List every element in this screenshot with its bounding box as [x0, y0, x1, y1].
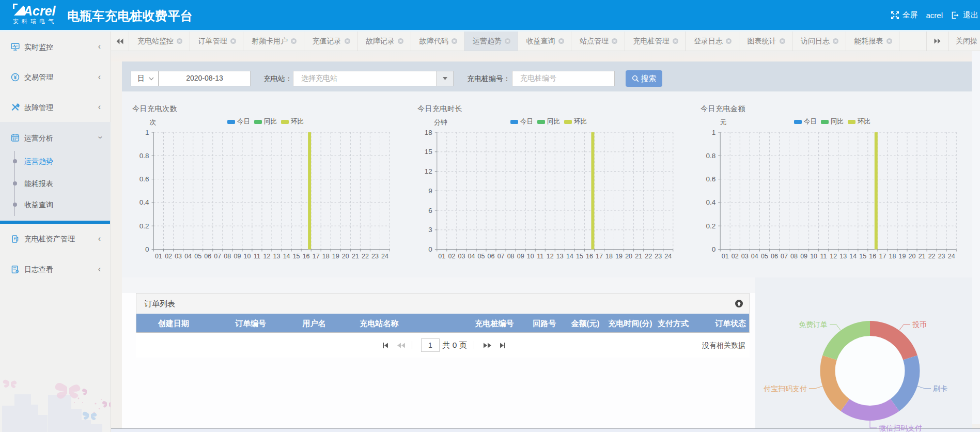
svg-text:24: 24 — [948, 253, 955, 260]
svg-text:18: 18 — [889, 253, 896, 260]
svg-text:0.2: 0.2 — [706, 222, 715, 230]
svg-text:19: 19 — [615, 253, 623, 260]
svg-text:23: 23 — [655, 253, 662, 260]
svg-text:22: 22 — [362, 253, 369, 260]
svg-text:1: 1 — [145, 129, 149, 136]
svg-text:02: 02 — [448, 253, 455, 260]
svg-text:18: 18 — [322, 253, 330, 260]
svg-text:16: 16 — [303, 253, 310, 260]
svg-text:19: 19 — [332, 253, 339, 260]
svg-text:0.8: 0.8 — [706, 152, 715, 160]
svg-text:10: 10 — [527, 253, 534, 260]
svg-text:10: 10 — [810, 253, 817, 260]
svg-text:付宝扫码支付: 付宝扫码支付 — [764, 384, 807, 393]
svg-text:04: 04 — [751, 253, 758, 260]
svg-text:08: 08 — [790, 253, 798, 260]
svg-text:03: 03 — [175, 253, 182, 260]
svg-text:13: 13 — [556, 253, 564, 260]
svg-text:16: 16 — [586, 253, 593, 260]
svg-text:15: 15 — [859, 253, 866, 260]
svg-text:21: 21 — [635, 253, 642, 260]
svg-text:17: 17 — [313, 253, 320, 260]
svg-text:14: 14 — [566, 253, 573, 260]
svg-text:1: 1 — [712, 129, 716, 136]
svg-text:06: 06 — [488, 253, 495, 260]
svg-text:15: 15 — [576, 253, 583, 260]
svg-text:24: 24 — [381, 253, 388, 260]
svg-text:13: 13 — [273, 253, 281, 260]
svg-text:9: 9 — [428, 187, 432, 195]
svg-text:16: 16 — [869, 253, 876, 260]
svg-text:22: 22 — [928, 253, 936, 260]
svg-text:01: 01 — [722, 253, 729, 260]
svg-text:20: 20 — [909, 253, 916, 260]
svg-text:06: 06 — [771, 253, 778, 260]
svg-text:0.4: 0.4 — [139, 198, 149, 206]
svg-text:0.6: 0.6 — [706, 175, 715, 183]
svg-text:24: 24 — [664, 253, 672, 260]
svg-text:09: 09 — [517, 253, 524, 260]
svg-text:12: 12 — [830, 253, 837, 260]
svg-text:01: 01 — [438, 253, 445, 260]
svg-text:05: 05 — [761, 253, 768, 260]
svg-text:0.8: 0.8 — [139, 152, 149, 160]
svg-text:12: 12 — [547, 253, 554, 260]
svg-text:20: 20 — [342, 253, 349, 260]
svg-text:0.4: 0.4 — [706, 198, 715, 206]
svg-text:15: 15 — [425, 148, 432, 156]
svg-text:18: 18 — [605, 253, 613, 260]
svg-text:0.6: 0.6 — [139, 175, 149, 183]
svg-text:14: 14 — [283, 253, 290, 260]
svg-text:11: 11 — [820, 253, 827, 260]
svg-text:20: 20 — [625, 253, 632, 260]
svg-text:02: 02 — [165, 253, 172, 260]
svg-text:14: 14 — [849, 253, 857, 260]
svg-text:04: 04 — [184, 253, 192, 260]
svg-text:10: 10 — [243, 253, 251, 260]
svg-text:13: 13 — [839, 253, 847, 260]
svg-text:23: 23 — [938, 253, 945, 260]
svg-text:01: 01 — [155, 253, 162, 260]
svg-text:21: 21 — [919, 253, 926, 260]
svg-text:09: 09 — [234, 253, 241, 260]
svg-text:6: 6 — [428, 207, 432, 214]
svg-text:05: 05 — [478, 253, 485, 260]
svg-text:0: 0 — [428, 245, 432, 253]
svg-text:17: 17 — [596, 253, 603, 260]
svg-text:0.2: 0.2 — [139, 222, 149, 230]
svg-text:19: 19 — [899, 253, 906, 260]
svg-text:03: 03 — [741, 253, 749, 260]
svg-text:08: 08 — [507, 253, 515, 260]
svg-text:08: 08 — [224, 253, 231, 260]
svg-text:03: 03 — [458, 253, 465, 260]
svg-text:0: 0 — [712, 245, 716, 253]
svg-text:07: 07 — [781, 253, 788, 260]
svg-text:06: 06 — [204, 253, 211, 260]
svg-text:05: 05 — [194, 253, 201, 260]
svg-text:0: 0 — [145, 245, 149, 253]
svg-text:3: 3 — [428, 226, 432, 234]
svg-text:21: 21 — [352, 253, 359, 260]
svg-text:07: 07 — [497, 253, 505, 260]
svg-text:12: 12 — [263, 253, 271, 260]
svg-text:18: 18 — [425, 129, 432, 136]
svg-text:04: 04 — [468, 253, 475, 260]
svg-text:23: 23 — [371, 253, 379, 260]
svg-text:17: 17 — [879, 253, 886, 260]
svg-text:15: 15 — [293, 253, 300, 260]
svg-text:22: 22 — [645, 253, 652, 260]
svg-text:11: 11 — [254, 253, 260, 260]
svg-text:投币: 投币 — [912, 320, 927, 329]
svg-text:免费订单: 免费订单 — [799, 320, 828, 329]
svg-text:09: 09 — [800, 253, 807, 260]
svg-text:02: 02 — [732, 253, 739, 260]
svg-text:刷卡: 刷卡 — [933, 384, 947, 393]
svg-text:12: 12 — [425, 167, 432, 175]
svg-text:11: 11 — [537, 253, 543, 260]
svg-text:微信扫码支付: 微信扫码支付 — [879, 424, 922, 432]
svg-text:07: 07 — [214, 253, 221, 260]
